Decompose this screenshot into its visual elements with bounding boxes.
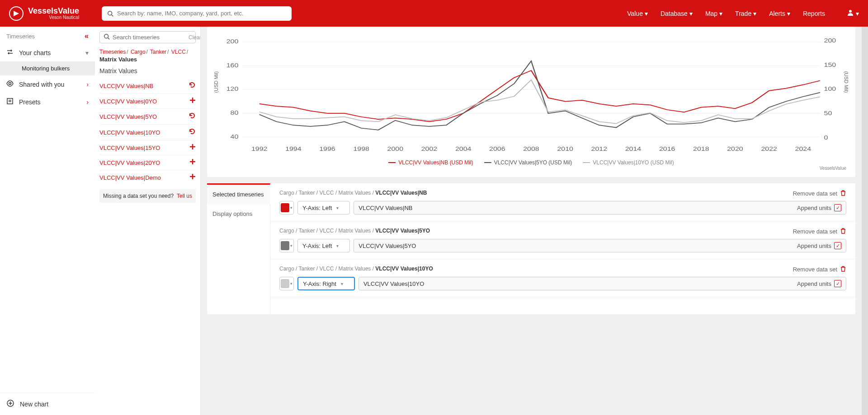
timeseries-item[interactable]: VLCC|VV Values|15YO <box>99 140 196 155</box>
scrollbar[interactable] <box>862 27 868 415</box>
timeseries-item[interactable]: VLCC|VV Values|20YO <box>99 155 196 170</box>
svg-text:2024: 2024 <box>795 146 811 152</box>
append-units-checkbox[interactable]: ✓ <box>834 280 841 287</box>
timeseries-path: Cargo / Tanker / VLCC / Matrix Values / … <box>279 190 427 196</box>
chevron-down-icon: ▾ <box>290 205 292 210</box>
top-nav: Value▾ Database▾ Map▾ Trade▾ Alerts▾ Rep… <box>627 9 859 18</box>
sidebar-your-charts[interactable]: Your charts ▾ <box>0 44 95 61</box>
add-icon[interactable] <box>189 97 196 105</box>
tab-display-options[interactable]: Display options <box>207 204 270 224</box>
add-icon[interactable] <box>189 173 196 182</box>
timeseries-label: VLCC|VV Values|5YO <box>99 113 157 120</box>
new-chart-button[interactable]: New chart <box>0 392 95 415</box>
chart-area[interactable]: (USD Mil) (USD Mil) 40801201602000501001… <box>216 31 846 158</box>
tab-selected-timeseries[interactable]: Selected timeseries <box>207 183 270 204</box>
undo-icon[interactable] <box>189 112 196 121</box>
svg-text:2016: 2016 <box>659 146 675 152</box>
global-search[interactable] <box>102 6 292 21</box>
crumb-tanker[interactable]: Tanker <box>150 49 166 55</box>
add-icon[interactable] <box>189 159 196 167</box>
svg-point-2 <box>849 10 852 13</box>
svg-text:2020: 2020 <box>727 146 743 152</box>
series-name-input[interactable]: VLCC|VV Values|5YOAppend units✓ <box>354 239 846 252</box>
timeseries-item[interactable]: VLCC|VV Values|NB <box>99 78 196 93</box>
config-tabs: Selected timeseries Display options <box>207 183 270 314</box>
nav-trade[interactable]: Trade▾ <box>735 10 756 17</box>
svg-text:2014: 2014 <box>625 146 642 152</box>
chevron-down-icon: ▾ <box>753 10 756 17</box>
sidebar-presets[interactable]: Presets › <box>0 93 95 111</box>
svg-text:2022: 2022 <box>761 146 777 152</box>
timeseries-label: VLCC|VV Values|20YO <box>99 159 160 166</box>
color-picker[interactable]: ▾ <box>279 239 294 252</box>
color-picker[interactable]: ▾ <box>279 201 294 214</box>
y-axis-select[interactable]: Y-Axis: Left▾ <box>297 239 350 252</box>
nav-reports[interactable]: Reports <box>803 10 825 17</box>
svg-line-1 <box>112 14 113 16</box>
undo-icon[interactable] <box>189 128 196 137</box>
timeseries-search-input[interactable] <box>113 34 189 41</box>
brand-sub: Veson Nautical <box>28 15 79 20</box>
legend-item[interactable]: VLCC|VV Values|NB (USD Mil) <box>388 159 473 166</box>
timeseries-search[interactable]: Clear <box>99 31 196 43</box>
timeseries-item[interactable]: VLCC|VV Values|5YO <box>99 108 196 124</box>
remove-dataset-button[interactable]: Remove data set <box>793 266 846 273</box>
timeseries-item[interactable]: VLCC|VV Values|10YO <box>99 124 196 140</box>
brand-name: VesselsValue <box>28 7 79 15</box>
crumb-cargo[interactable]: Cargo <box>131 49 146 55</box>
sidebar-item-monitoring-bulkers[interactable]: Monitoring bulkers <box>0 61 95 75</box>
chevron-down-icon: ▾ <box>719 10 722 17</box>
logo[interactable]: VesselsValue Veson Nautical <box>9 6 79 21</box>
svg-text:120: 120 <box>226 86 239 92</box>
y-axis-select[interactable]: Y-Axis: Right▾ <box>297 277 355 290</box>
global-search-input[interactable] <box>117 10 286 17</box>
chevron-down-icon: ▾ <box>341 281 343 286</box>
clear-search[interactable]: Clear <box>189 34 201 41</box>
svg-point-0 <box>108 11 112 15</box>
chart-card: (USD Mil) (USD Mil) 40801201602000501001… <box>207 27 855 177</box>
main-content: (USD Mil) (USD Mil) 40801201602000501001… <box>201 27 862 415</box>
remove-dataset-button[interactable]: Remove data set <box>793 228 846 235</box>
user-menu[interactable]: ▾ <box>847 9 859 18</box>
chevron-right-icon: › <box>86 81 89 88</box>
crumb-vlcc[interactable]: VLCC <box>171 49 186 55</box>
sidebar-shared-with-you[interactable]: Shared with you › <box>0 75 95 93</box>
legend-item[interactable]: VLCC|VV Values|10YO (USD Mil) <box>583 159 674 166</box>
svg-text:100: 100 <box>824 86 836 92</box>
tell-us-link[interactable]: Tell us <box>177 193 192 199</box>
left-sidebar: Timeseries « Your charts ▾ Monitoring bu… <box>0 27 95 415</box>
search-icon <box>107 10 113 17</box>
sidebar-title-row: Timeseries « <box>0 27 95 44</box>
svg-text:2010: 2010 <box>557 146 573 152</box>
crumb-timeseries[interactable]: Timeseries <box>99 49 126 55</box>
trash-icon <box>840 228 846 235</box>
timeseries-label: VLCC|VV Values|15YO <box>99 145 160 151</box>
series-name-input[interactable]: VLCC|VV Values|10YOAppend units✓ <box>359 277 846 290</box>
chevron-down-icon: ▾ <box>645 10 648 17</box>
timeseries-label: VLCC|VV Values|NB <box>99 83 153 89</box>
timeseries-item[interactable]: VLCC|VV Values|0YO <box>99 93 196 108</box>
svg-rect-4 <box>7 98 13 104</box>
svg-text:80: 80 <box>231 110 239 116</box>
nav-alerts[interactable]: Alerts▾ <box>769 10 790 17</box>
series-name-input[interactable]: VLCC|VV Values|NBAppend units✓ <box>354 201 846 214</box>
chevron-down-icon: ▾ <box>336 243 339 248</box>
remove-dataset-button[interactable]: Remove data set <box>793 190 846 197</box>
legend-item[interactable]: VLCC|VV Values|5YO (USD Mil) <box>484 159 572 166</box>
y-right-label: (USD Mil) <box>844 71 849 93</box>
nav-map[interactable]: Map▾ <box>705 10 722 17</box>
nav-database[interactable]: Database▾ <box>660 10 693 17</box>
append-units-checkbox[interactable]: ✓ <box>834 242 841 249</box>
timeseries-item[interactable]: VLCC|VV Values|Demo <box>99 170 196 185</box>
collapse-sidebar-icon[interactable]: « <box>85 32 89 40</box>
svg-text:200: 200 <box>226 38 239 44</box>
svg-text:0: 0 <box>824 135 828 140</box>
undo-icon[interactable] <box>189 81 196 90</box>
y-axis-select[interactable]: Y-Axis: Left▾ <box>297 201 350 214</box>
nav-value[interactable]: Value▾ <box>627 10 648 17</box>
color-picker[interactable]: ▾ <box>279 277 294 290</box>
selected-timeseries-row: Cargo / Tanker / VLCC / Matrix Values / … <box>270 221 855 259</box>
chevron-down-icon: ▾ <box>856 10 859 17</box>
add-icon[interactable] <box>189 144 196 152</box>
append-units-checkbox[interactable]: ✓ <box>834 204 841 211</box>
